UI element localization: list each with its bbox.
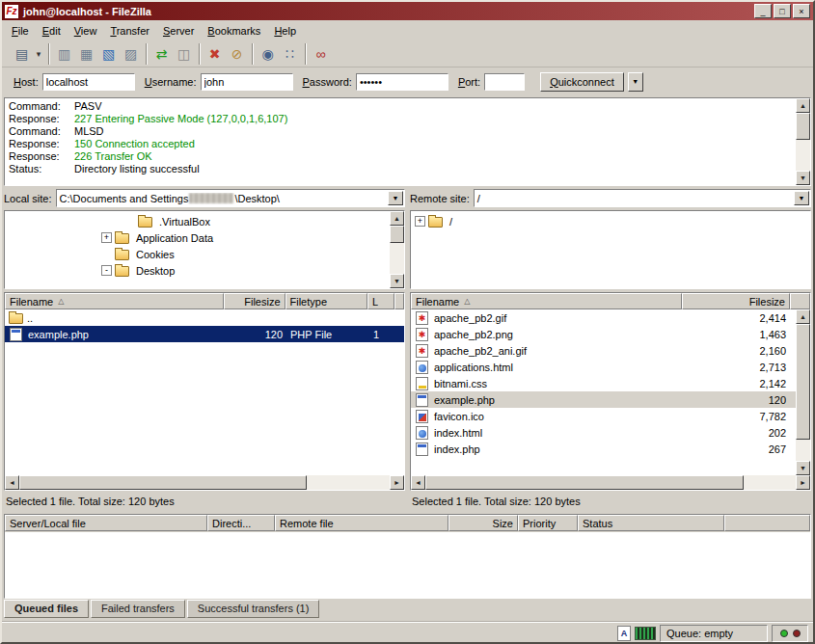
- cancel-icon[interactable]: ✖: [204, 43, 226, 65]
- file-row[interactable]: apache_pb2.gif 2,414: [411, 309, 796, 326]
- toggle-local-tree-icon[interactable]: ▦: [75, 43, 97, 65]
- column-last-modified[interactable]: L: [367, 293, 394, 309]
- scroll-thumb[interactable]: [425, 475, 744, 490]
- scroll-thumb[interactable]: [796, 113, 810, 140]
- column-filesize[interactable]: Filesize: [224, 293, 285, 309]
- scroll-thumb[interactable]: [796, 324, 810, 440]
- username-input[interactable]: [201, 73, 293, 91]
- activity-indicators: [772, 625, 808, 642]
- scroll-down-icon[interactable]: ▼: [796, 171, 810, 185]
- file-row[interactable]: example.php 120 PHP File 1: [5, 326, 404, 342]
- scroll-up-icon[interactable]: ▲: [390, 211, 404, 226]
- column-filename[interactable]: Filename△: [5, 293, 224, 309]
- quickconnect-dropdown-icon[interactable]: ▼: [628, 72, 643, 92]
- quickconnect-button[interactable]: Quickconnect: [540, 72, 624, 92]
- local-tree-scrollbar[interactable]: ▲ ▼: [390, 211, 404, 288]
- queue-tab[interactable]: Successful transfers (1): [187, 600, 320, 618]
- file-row[interactable]: apache_pb2.png 1,463: [411, 326, 796, 342]
- close-button[interactable]: ×: [793, 4, 810, 18]
- filter-icon[interactable]: ∷: [279, 43, 301, 65]
- column-direction[interactable]: Directi...: [207, 515, 275, 531]
- scroll-track[interactable]: [307, 475, 390, 490]
- menu-item[interactable]: Help: [267, 22, 303, 40]
- find-files-icon[interactable]: ◉: [257, 43, 279, 65]
- file-row[interactable]: favicon.ico 7,782: [411, 408, 796, 424]
- file-row[interactable]: bitnami.css 2,142: [411, 375, 796, 391]
- scroll-down-icon[interactable]: ▼: [796, 461, 810, 475]
- menu-item[interactable]: View: [68, 22, 104, 40]
- port-input[interactable]: [484, 73, 525, 91]
- local-site-dropdown-icon[interactable]: ▼: [388, 191, 403, 205]
- scroll-thumb[interactable]: [390, 226, 404, 243]
- scroll-up-icon[interactable]: ▲: [796, 309, 810, 324]
- file-size: 2,142: [682, 375, 790, 391]
- site-manager-dropdown-icon[interactable]: ▾: [33, 43, 44, 65]
- file-row[interactable]: applications.html 2,713: [411, 359, 796, 375]
- scroll-right-icon[interactable]: ►: [796, 475, 810, 490]
- scroll-right-icon[interactable]: ►: [390, 475, 404, 490]
- column-filetype[interactable]: Filetype: [285, 293, 368, 309]
- scroll-up-icon[interactable]: ▲: [796, 98, 810, 113]
- username-label: Username:: [145, 76, 197, 88]
- remote-hscrollbar[interactable]: ◄ ►: [411, 475, 810, 490]
- menu-item[interactable]: Server: [156, 22, 201, 40]
- log-scrollbar[interactable]: ▲ ▼: [796, 98, 810, 185]
- encryption-icon[interactable]: [635, 627, 656, 640]
- password-input[interactable]: [356, 73, 448, 91]
- scroll-track[interactable]: [796, 140, 810, 171]
- tree-item[interactable]: - Desktop: [5, 262, 390, 279]
- column-server-local-file[interactable]: Server/Local file: [5, 515, 207, 531]
- tree-item[interactable]: + Application Data: [5, 229, 390, 246]
- remote-site-combo[interactable]: / ▼: [474, 189, 811, 207]
- column-size[interactable]: Size: [448, 515, 518, 531]
- maximize-button[interactable]: □: [774, 4, 791, 18]
- tree-item[interactable]: Cookies: [5, 246, 390, 262]
- process-queue-icon[interactable]: ◫: [173, 43, 195, 65]
- tree-item[interactable]: + /: [411, 213, 810, 229]
- file-row[interactable]: index.html 202: [411, 424, 796, 441]
- column-remote-file[interactable]: Remote file: [275, 515, 448, 531]
- scroll-track[interactable]: [744, 475, 796, 490]
- tree-item[interactable]: .VirtualBox: [5, 213, 390, 229]
- remote-vscrollbar[interactable]: ▲ ▼: [796, 309, 810, 475]
- menu-item[interactable]: Edit: [36, 22, 68, 40]
- queue-tab[interactable]: Queued files: [4, 600, 89, 618]
- tree-expander-icon[interactable]: -: [101, 265, 112, 276]
- menu-item[interactable]: Transfer: [103, 22, 156, 40]
- toggle-remote-tree-icon[interactable]: ▧: [97, 43, 120, 65]
- minimize-button[interactable]: _: [754, 4, 772, 18]
- scroll-left-icon[interactable]: ◄: [411, 475, 425, 490]
- menu-item[interactable]: Bookmarks: [201, 22, 267, 40]
- refresh-icon[interactable]: ⇄: [150, 43, 173, 65]
- queue-list-area[interactable]: [5, 532, 810, 598]
- scroll-down-icon[interactable]: ▼: [390, 274, 404, 288]
- toggle-log-icon[interactable]: ▥: [53, 43, 75, 65]
- column-status[interactable]: Status: [578, 515, 724, 531]
- scroll-track[interactable]: [390, 243, 404, 274]
- tree-expander-icon[interactable]: +: [101, 232, 112, 243]
- remote-site-dropdown-icon[interactable]: ▼: [794, 191, 809, 205]
- site-manager-icon[interactable]: ▤: [11, 43, 33, 65]
- data-type-icon[interactable]: A: [617, 626, 631, 641]
- toggle-queue-icon[interactable]: ▨: [120, 43, 142, 65]
- column-priority[interactable]: Priority: [518, 515, 578, 531]
- local-site-combo[interactable]: C:\Documents and Settings\Desktop\ ▼: [56, 189, 405, 207]
- column-filename[interactable]: Filename△: [411, 293, 682, 309]
- queue-tab[interactable]: Failed transfers: [91, 600, 185, 618]
- column-filesize[interactable]: Filesize: [682, 293, 790, 309]
- file-row[interactable]: apache_pb2_ani.gif 2,160: [411, 342, 796, 359]
- scroll-track[interactable]: [796, 440, 810, 461]
- file-name: index.html: [434, 427, 482, 439]
- local-hscrollbar[interactable]: ◄ ►: [5, 475, 404, 490]
- tree-expander-icon[interactable]: +: [415, 216, 425, 227]
- scroll-left-icon[interactable]: ◄: [5, 475, 19, 490]
- compare-icon[interactable]: ∞: [310, 43, 332, 65]
- queue-status-text: Queue: empty: [660, 625, 768, 642]
- file-row[interactable]: ..: [5, 309, 404, 326]
- host-input[interactable]: [42, 73, 135, 91]
- file-row[interactable]: example.php 120: [411, 391, 796, 408]
- scroll-thumb[interactable]: [19, 475, 307, 490]
- menu-item[interactable]: File: [5, 22, 36, 40]
- disconnect-icon[interactable]: ⊘: [226, 43, 248, 65]
- file-row[interactable]: index.php 267: [411, 441, 796, 457]
